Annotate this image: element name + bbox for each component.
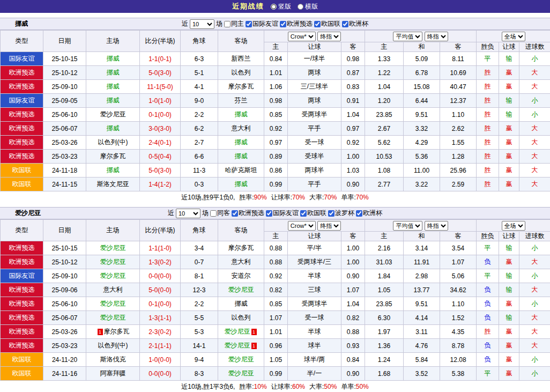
away-team[interactable]: 挪威: [218, 297, 264, 311]
same-venue-option[interactable]: 同客: [210, 209, 230, 218]
league-checkbox[interactable]: [356, 210, 362, 217]
match-score[interactable]: 0-1(0-0): [140, 297, 181, 311]
match-score[interactable]: 1-3(0-2): [140, 255, 181, 269]
home-team[interactable]: 以色列(中): [86, 339, 140, 353]
away-team[interactable]: 安道尔: [218, 269, 264, 283]
average-stage-select[interactable]: 终指: [425, 221, 448, 231]
away-team[interactable]: 以色列: [218, 66, 264, 80]
home-team[interactable]: 挪威: [86, 122, 140, 136]
league-checkbox[interactable]: [246, 21, 252, 27]
match-score[interactable]: 1-4(1-2): [140, 177, 181, 191]
away-team[interactable]: 挪威: [218, 150, 264, 164]
league-checkbox[interactable]: [266, 210, 272, 217]
league-checkbox[interactable]: [342, 21, 348, 27]
league-option[interactable]: 欧国联: [300, 209, 326, 218]
same-venue-checkbox[interactable]: [224, 21, 231, 27]
home-team[interactable]: 爱沙尼亚: [86, 269, 140, 283]
recent-count-select[interactable]: 10: [190, 19, 214, 29]
league-option[interactable]: 欧洲杯: [356, 209, 382, 218]
match-score[interactable]: 11-1(5-0): [140, 80, 181, 94]
match-score[interactable]: 2-4(0-1): [140, 136, 181, 150]
away-team[interactable]: 爱沙尼亚1: [218, 339, 264, 353]
away-team[interactable]: 意大利: [218, 122, 264, 136]
league-option[interactable]: 国际友谊: [246, 19, 278, 28]
layout-option-landscape[interactable]: 横版: [298, 2, 318, 11]
away-team[interactable]: 芬兰: [218, 94, 264, 108]
away-team[interactable]: 挪威: [218, 136, 264, 150]
match-score[interactable]: 1-0(0-0): [140, 353, 181, 367]
away-team[interactable]: 摩尔多瓦: [218, 241, 264, 255]
match-score[interactable]: 1-1(1-0): [140, 241, 181, 255]
match-score[interactable]: 5-0(3-0): [140, 164, 181, 177]
portrait-radio[interactable]: [271, 4, 277, 10]
home-team[interactable]: 斯洛伐克: [86, 353, 140, 367]
home-team[interactable]: 挪威: [86, 164, 140, 177]
odds-company-select[interactable]: Crow*: [288, 221, 316, 231]
league-checkbox[interactable]: [232, 210, 238, 217]
league-option[interactable]: 欧洲预选: [232, 209, 264, 218]
away-team[interactable]: 爱沙尼亚: [218, 283, 264, 297]
league-checkbox[interactable]: [300, 210, 307, 217]
home-team[interactable]: 1摩尔多瓦: [86, 325, 140, 339]
match-score[interactable]: 0-0(0-0): [140, 367, 181, 381]
league-option[interactable]: 欧国联: [314, 19, 340, 28]
competition-badge: 欧国联: [1, 164, 43, 177]
home-team[interactable]: 爱沙尼亚: [86, 297, 140, 311]
match-score[interactable]: 5-0(3-0): [140, 66, 181, 80]
home-team[interactable]: 意大利: [86, 283, 140, 297]
league-option[interactable]: 欧洲杯: [342, 19, 368, 28]
match-score[interactable]: 1-1(0-1): [140, 52, 181, 66]
away-team[interactable]: 哈萨克斯坦: [218, 164, 264, 177]
match-score[interactable]: 0-5(0-4): [140, 150, 181, 164]
match-score[interactable]: 0-0(0-0): [140, 269, 181, 283]
home-team[interactable]: 爱沙尼亚: [86, 108, 140, 122]
match-scope-select[interactable]: 全场: [502, 32, 525, 41]
home-team[interactable]: 阿塞拜疆: [86, 367, 140, 381]
landscape-radio[interactable]: [298, 4, 303, 10]
league-checkbox[interactable]: [328, 210, 335, 217]
match-score[interactable]: 1-3(1-1): [140, 311, 181, 325]
away-team[interactable]: 摩尔多瓦: [218, 80, 264, 94]
home-team[interactable]: 挪威: [86, 52, 140, 66]
odds-company-select[interactable]: Crow*: [288, 32, 316, 41]
league-checkbox[interactable]: [280, 21, 286, 27]
match-score[interactable]: 1-0(1-0): [140, 94, 181, 108]
odds-stage-select[interactable]: 终指: [317, 221, 341, 231]
odds-stage-select[interactable]: 终指: [317, 32, 341, 41]
average-source-select[interactable]: 平均值: [393, 32, 422, 41]
away-team[interactable]: 挪威: [218, 177, 264, 191]
average-stage-select[interactable]: 终指: [425, 32, 448, 41]
league-option[interactable]: 波罗杯: [328, 209, 354, 218]
home-team[interactable]: 爱沙尼亚: [86, 311, 140, 325]
home-team[interactable]: 斯洛文尼亚: [86, 177, 140, 191]
away-team[interactable]: 以色列: [218, 311, 264, 325]
away-team[interactable]: 爱沙尼亚1: [218, 325, 264, 339]
same-venue-option[interactable]: 同主: [224, 19, 244, 28]
home-team[interactable]: 以色列(中): [86, 136, 140, 150]
match-score[interactable]: 2-3(0-2): [140, 325, 181, 339]
home-team[interactable]: 挪威: [86, 66, 140, 80]
match-scope-select[interactable]: 全场: [502, 221, 525, 231]
away-team[interactable]: 意大利: [218, 255, 264, 269]
league-checkbox[interactable]: [314, 21, 321, 27]
away-team[interactable]: 新西兰: [218, 52, 264, 66]
same-venue-checkbox[interactable]: [210, 210, 217, 217]
match-score[interactable]: 0-1(0-0): [140, 108, 181, 122]
away-team[interactable]: 爱沙尼亚: [218, 367, 264, 381]
league-option[interactable]: 国际友谊: [266, 209, 299, 218]
match-score[interactable]: 3-0(3-0): [140, 122, 181, 136]
home-team[interactable]: 挪威: [86, 94, 140, 108]
handicap-result-flag: 赢: [499, 353, 519, 367]
match-score[interactable]: 2-1(1-1): [140, 339, 181, 353]
recent-count-select[interactable]: 10: [176, 209, 200, 218]
layout-option-portrait[interactable]: 竖版: [271, 2, 291, 11]
league-option[interactable]: 欧洲预选: [280, 19, 313, 28]
away-team[interactable]: 挪威: [218, 108, 264, 122]
home-team[interactable]: 爱沙尼亚: [86, 241, 140, 255]
match-score[interactable]: 5-0(0-0): [140, 283, 181, 297]
home-team[interactable]: 挪威: [86, 80, 140, 94]
average-source-select[interactable]: 平均值: [393, 221, 422, 231]
away-team[interactable]: 爱沙尼亚: [218, 353, 264, 367]
home-team[interactable]: 摩尔多瓦: [86, 150, 140, 164]
home-team[interactable]: 爱沙尼亚: [86, 255, 140, 269]
